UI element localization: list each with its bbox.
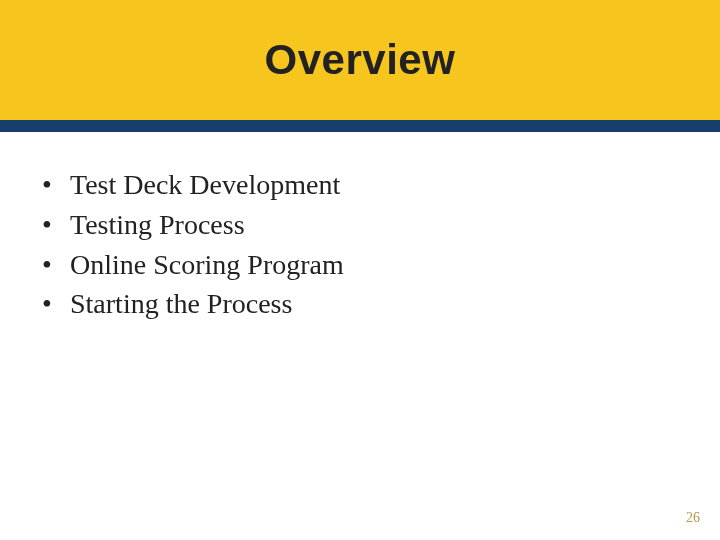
list-item: Starting the Process: [42, 285, 692, 323]
title-band: Overview: [0, 0, 720, 120]
content-area: Test Deck Development Testing Process On…: [0, 120, 720, 323]
list-item: Test Deck Development: [42, 166, 692, 204]
slide-title: Overview: [0, 0, 720, 120]
list-item: Testing Process: [42, 206, 692, 244]
list-item: Online Scoring Program: [42, 246, 692, 284]
page-number: 26: [686, 510, 700, 526]
bullet-list: Test Deck Development Testing Process On…: [42, 166, 692, 323]
